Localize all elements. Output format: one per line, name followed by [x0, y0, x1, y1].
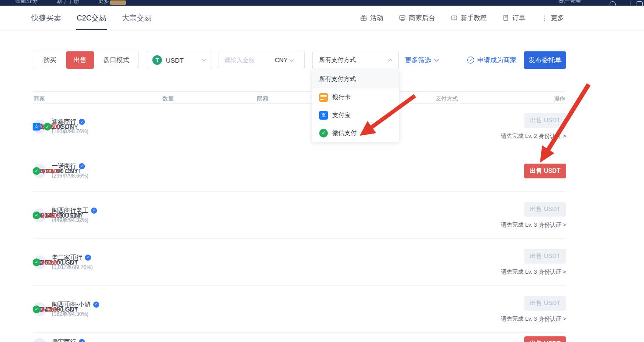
dropdown-option-微信支付[interactable]: ✓微信支付 — [312, 124, 399, 142]
table-row: 鼎鼎宏商行✓出售 USDT — [33, 333, 566, 342]
amount-input[interactable] — [224, 57, 271, 64]
wechat-icon: ✓ — [44, 123, 51, 131]
alipay-icon: 支 — [33, 123, 40, 131]
file-icon — [502, 14, 509, 21]
nav-link-活动[interactable]: 活动 — [360, 14, 383, 22]
chevron-up-icon — [388, 59, 393, 63]
publish-order-button[interactable]: 发布委托单 — [524, 51, 566, 69]
sell-usdt-button[interactable]: 出售 USDT — [524, 202, 566, 217]
nav-link-label: 新手教程 — [461, 14, 487, 22]
sell-usdt-button[interactable]: 出售 USDT — [524, 336, 566, 342]
action-cell: 出售 USDT请先完成 Lv. 2 身份认证 > — [501, 104, 566, 150]
sell-usdt-button[interactable]: 出售 USDT — [524, 164, 566, 178]
table-row: 老老三家币行✓(1,017单/99.70%)99,762.26 USDT500-… — [33, 239, 566, 286]
bank-card-icon — [319, 93, 328, 102]
top-navigation-bar: 金融业务 新手手册 更多 资产管理 — [0, 0, 644, 6]
nav-link-label: 订单 — [512, 14, 525, 22]
apply-merchant-link[interactable]: ✓ 申请成为商家 — [467, 51, 516, 69]
verification-hint-link[interactable]: 请先完成 Lv. 3 身份认证 > — [501, 268, 566, 276]
alipay-icon: 支 — [319, 111, 328, 120]
header-action: 操作 — [554, 95, 565, 103]
side-option-buy[interactable]: 购买 — [33, 51, 66, 69]
nav-link-label: 更多 — [551, 14, 564, 22]
chevron-down-icon — [435, 57, 439, 62]
dots-icon: ⋮ — [541, 14, 548, 22]
sell-usdt-button[interactable]: 出售 USDT — [524, 113, 566, 128]
sell-usdt-button[interactable]: 出售 USDT — [524, 296, 566, 311]
topnav-divider — [630, 1, 631, 5]
amount-filter: CNY — [219, 51, 305, 69]
verification-hint-link[interactable]: 请先完成 Lv. 2 身份认证 > — [501, 132, 566, 140]
nav-link-商家后台[interactable]: 商家后台 — [399, 14, 435, 22]
verified-badge-icon: ✓ — [79, 119, 85, 125]
currency-select[interactable]: CNY — [275, 57, 293, 64]
action-cell: 出售 USDT — [524, 333, 566, 342]
payment-method-select[interactable]: 所有支付方式 — [312, 51, 399, 69]
tab-c2c[interactable]: C2C交易 — [76, 6, 107, 30]
dropdown-option-label: 支付宝 — [332, 111, 351, 119]
merchant-avatar: 鼎 — [33, 338, 47, 342]
video-icon — [451, 14, 458, 21]
trade-mode-tabs: 快捷买卖C2C交易大宗交易 — [30, 6, 152, 30]
tab-item-0[interactable]: 快捷买卖 — [30, 6, 62, 30]
sell-usdt-button[interactable]: 出售 USDT — [524, 249, 566, 264]
dropdown-option-银行卡[interactable]: 银行卡 — [312, 88, 399, 106]
coin-select[interactable]: T USDT — [146, 51, 212, 69]
table-row: 一一诺商行✓(296单/98.66%)311,041.84 USDT950-10… — [33, 150, 566, 192]
nav-link-更多[interactable]: ⋮更多 — [541, 14, 564, 22]
header-quantity: 数量 — [162, 95, 174, 103]
merchant-name[interactable]: 鼎宏商行 — [52, 338, 76, 342]
merchant-cell: 鼎鼎宏商行✓ — [33, 333, 85, 342]
verification-hint-link[interactable]: 请先完成 Lv. 3 身份认证 > — [501, 315, 566, 323]
dropdown-option-label: 银行卡 — [332, 94, 351, 101]
dropdown-option-all[interactable]: 所有支付方式 — [312, 70, 399, 88]
verified-badge-icon: ✓ — [93, 302, 99, 308]
badge-check-icon: ✓ — [467, 57, 474, 64]
table-header: 商家 数量 限额 单价 支付方式 操作 — [33, 91, 566, 104]
more-filters-button[interactable]: 更多筛选 — [405, 51, 438, 69]
side-option-orderbook[interactable]: 盘口模式 — [94, 51, 138, 69]
verified-badge-icon: ✓ — [85, 255, 91, 261]
dropdown-option-支付宝[interactable]: 支支付宝 — [312, 106, 399, 124]
merchant-name-line: 鼎宏商行✓ — [52, 338, 85, 342]
payment-method-icons: 支✓ — [33, 104, 51, 150]
apply-merchant-label: 申请成为商家 — [477, 56, 516, 64]
header-payment: 支付方式 — [435, 95, 458, 103]
header-merchant: 商家 — [34, 95, 45, 103]
wechat-icon: ✓ — [33, 305, 40, 313]
action-cell: 出售 USDT — [524, 150, 566, 191]
payment-method-icons: ✓ — [33, 239, 40, 285]
topnav-item-more[interactable]: 更多 — [98, 0, 109, 5]
header-limit: 限额 — [257, 95, 268, 103]
wechat-icon: ✓ — [319, 129, 328, 137]
topnav-item-finance[interactable]: 金融业务 — [15, 0, 38, 5]
payment-method-icons: ✓ — [33, 286, 40, 332]
table-row: 闽闽西商行老王✓(449单/94.32%)294,149.89 USDT1,00… — [33, 192, 566, 239]
wechat-icon: ✓ — [33, 211, 40, 219]
dropdown-option-label: 微信支付 — [332, 129, 357, 137]
side-option-sell[interactable]: 出售 — [66, 51, 94, 69]
more-filters-label: 更多筛选 — [405, 56, 431, 64]
gift-icon — [360, 14, 367, 21]
verification-hint-link[interactable]: 请先完成 Lv. 3 身份认证 > — [501, 221, 566, 229]
topnav-promo-badge — [110, 0, 126, 5]
payment-method-dropdown: 所有支付方式 银行卡支支付宝✓微信支付 — [312, 70, 399, 142]
action-cell: 出售 USDT请先完成 Lv. 3 身份认证 > — [501, 192, 566, 238]
verified-badge-icon: ✓ — [79, 339, 85, 342]
topnav-assets[interactable]: 资产管理 — [558, 0, 581, 5]
verified-badge-icon: ✓ — [91, 208, 97, 214]
apps-icon[interactable] — [637, 1, 643, 6]
action-cell: 出售 USDT请先完成 Lv. 3 身份认证 > — [501, 239, 566, 285]
table-row: 迎迎鑫商行✓(160单/98.76%)310,880 USDT500-50,00… — [33, 104, 566, 150]
dropdown-options: 银行卡支支付宝✓微信支付 — [312, 88, 399, 142]
topnav-item-guide[interactable]: 新手手册 — [57, 0, 79, 5]
nav-link-订单[interactable]: 订单 — [502, 14, 525, 22]
tab-item-2[interactable]: 大宗交易 — [121, 6, 152, 30]
nav-link-新手教程[interactable]: 新手教程 — [451, 14, 487, 22]
action-cell: 出售 USDT请先完成 Lv. 3 身份认证 > — [501, 286, 566, 332]
merchant-table: 迎迎鑫商行✓(160单/98.76%)310,880 USDT500-50,00… — [33, 104, 566, 342]
tether-icon: T — [152, 55, 162, 65]
buy-sell-toggle: 购买出售盘口模式 — [33, 51, 139, 69]
profile-icon[interactable] — [610, 1, 616, 6]
payment-select-value: 所有支付方式 — [319, 56, 389, 64]
